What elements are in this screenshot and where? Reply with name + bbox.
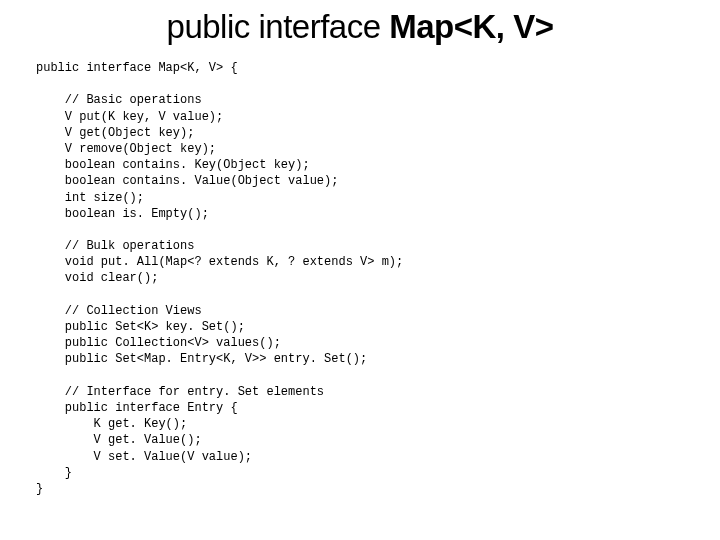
code-listing: public interface Map<K, V> { // Basic op…	[0, 60, 720, 497]
slide-title: public interface Map<K, V>	[0, 8, 720, 46]
title-bold: Map<K, V>	[389, 8, 553, 45]
title-plain: public interface	[167, 8, 390, 45]
